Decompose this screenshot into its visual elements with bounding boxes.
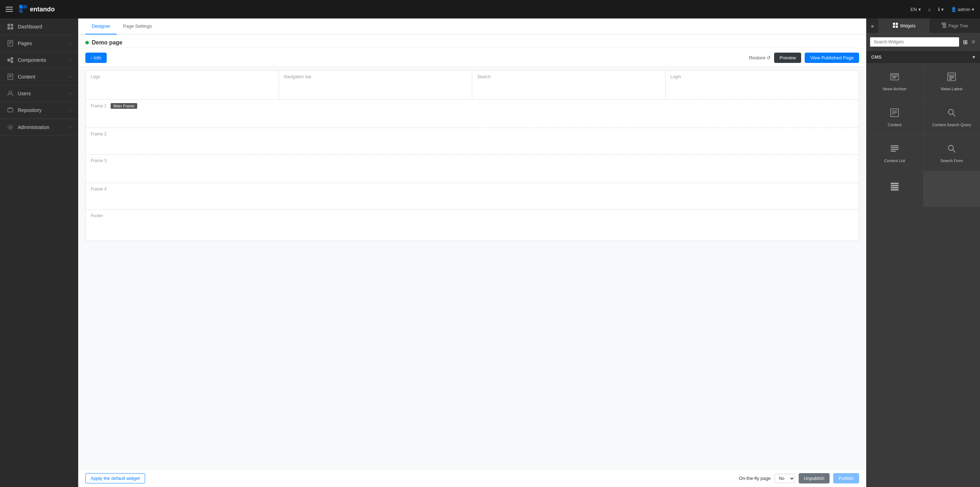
sidebar-item-dashboard[interactable]: Dashboard <box>0 19 78 35</box>
sidebar-item-pages[interactable]: Pages › <box>0 35 78 52</box>
svg-rect-32 <box>892 78 896 78</box>
chevron-right-icon: › <box>91 55 92 60</box>
canvas-footer: Apply the default widget On-the-fly page… <box>78 469 866 487</box>
svg-rect-52 <box>891 187 899 189</box>
panel-collapse-button[interactable]: » <box>866 19 879 33</box>
frame-search[interactable]: Search <box>472 71 666 99</box>
users-chevron: › <box>70 92 71 96</box>
cms-section-header[interactable]: CMS ▾ <box>866 51 980 63</box>
widget-search-form[interactable]: Search Form <box>923 135 980 171</box>
svg-rect-0 <box>19 5 23 8</box>
svg-rect-11 <box>8 59 10 62</box>
tab-page-tree[interactable]: Page Tree <box>929 19 980 33</box>
svg-rect-3 <box>8 24 10 26</box>
view-published-button[interactable]: View Published Page <box>805 52 859 63</box>
cms-section: CMS ▾ News Archive <box>866 51 980 487</box>
frame-navigation-bar[interactable]: Navigation bar <box>279 71 473 99</box>
frame-2[interactable]: Frame 2 <box>86 128 859 155</box>
frame-logo[interactable]: Logo <box>86 71 279 99</box>
content-search-query-icon <box>947 108 956 120</box>
widget-news-latest[interactable]: News Latest <box>923 63 980 99</box>
svg-rect-23 <box>893 25 895 28</box>
widget-content[interactable]: Content <box>866 100 923 135</box>
logo-icon <box>19 4 29 14</box>
widget-news-archive[interactable]: News Archive <box>866 63 923 99</box>
unpublish-button[interactable]: Unpublish <box>799 473 830 484</box>
svg-rect-6 <box>11 27 13 30</box>
svg-rect-14 <box>8 74 13 79</box>
main-frame-badge: Main Frame <box>111 103 137 109</box>
sidebar-item-components[interactable]: Components › <box>0 52 78 68</box>
info-button[interactable]: › Info <box>85 52 107 63</box>
top-navigation: entando EN ▾ ⌂ ℹ ▾ 👤 admin ▾ <box>0 0 980 19</box>
users-icon <box>7 90 14 97</box>
sidebar-item-users[interactable]: Users › <box>0 85 78 102</box>
user-menu[interactable]: 👤 admin ▾ <box>951 7 974 12</box>
news-archive-label: News Archive <box>883 87 907 91</box>
preview-button[interactable]: Preview <box>774 52 801 63</box>
widget-content-search-query[interactable]: Content Search Query <box>923 100 980 135</box>
sidebar-item-content[interactable]: Content › <box>0 68 78 85</box>
extra-widget-1-icon <box>890 182 900 194</box>
tab-page-settings[interactable]: Page Settings <box>117 19 158 35</box>
page-tabs: Designer Page Settings <box>78 19 866 35</box>
svg-point-20 <box>9 126 11 128</box>
status-indicator <box>85 41 89 44</box>
sidebar-item-repository[interactable]: Repository › <box>0 102 78 119</box>
svg-rect-44 <box>891 145 899 146</box>
svg-rect-53 <box>891 189 899 190</box>
cms-label: CMS <box>871 54 881 60</box>
sidebar-item-administration[interactable]: Administration › <box>0 119 78 136</box>
view-toggle: ⊞ ≡ <box>961 38 977 46</box>
page-title: Demo page <box>92 40 123 46</box>
frame-1[interactable]: Frame 1 Main Frame <box>86 100 859 128</box>
svg-rect-25 <box>941 23 946 24</box>
publish-button[interactable]: Publish <box>833 473 859 484</box>
language-selector[interactable]: EN ▾ <box>911 7 921 12</box>
info-menu[interactable]: ℹ ▾ <box>938 7 944 12</box>
widget-extra-1[interactable] <box>866 171 923 207</box>
widget-content-list[interactable]: Content List <box>866 135 923 171</box>
svg-rect-4 <box>11 24 13 26</box>
frame-login[interactable]: Login <box>666 71 859 99</box>
on-the-fly-select[interactable]: No Yes <box>775 474 795 483</box>
content-widget-icon <box>890 108 900 120</box>
sidebar: Dashboard Pages › <box>0 19 78 487</box>
list-view-button[interactable]: ≡ <box>970 38 977 46</box>
news-archive-icon <box>890 72 900 84</box>
content-list-icon <box>890 144 900 156</box>
search-form-label: Search Form <box>940 159 963 163</box>
restore-button[interactable]: Restore ↺ <box>749 55 771 60</box>
tab-designer[interactable]: Designer <box>85 19 117 35</box>
svg-rect-2 <box>19 9 23 13</box>
main-content: Designer Page Settings Demo page › Info … <box>78 19 866 487</box>
administration-chevron: › <box>70 125 71 129</box>
logo-text: entando <box>30 6 55 13</box>
repository-icon <box>7 107 14 113</box>
news-latest-icon <box>947 72 956 84</box>
page-tree-icon <box>941 23 946 29</box>
svg-line-49 <box>953 150 956 152</box>
widget-search-bar: ⊞ ≡ <box>866 33 980 51</box>
svg-rect-47 <box>891 151 896 152</box>
grid-view-button[interactable]: ⊞ <box>961 38 969 46</box>
frame-4[interactable]: Frame 4 <box>86 183 859 210</box>
svg-rect-27 <box>943 25 946 26</box>
svg-rect-37 <box>949 79 952 79</box>
frame-footer[interactable]: Footer <box>86 210 859 227</box>
svg-rect-1 <box>24 5 27 8</box>
content-chevron: › <box>70 75 71 79</box>
hamburger-menu[interactable] <box>6 7 13 12</box>
logo: entando <box>19 4 55 14</box>
tab-widgets[interactable]: Widgets <box>879 19 929 33</box>
components-chevron: › <box>70 58 71 62</box>
news-latest-label: News Latest <box>941 87 963 91</box>
content-list-label: Content List <box>884 159 905 163</box>
search-widgets-input[interactable] <box>870 37 959 47</box>
top-frames-row: Logo Navigation bar Search Login <box>86 71 859 100</box>
frame-3[interactable]: Frame 3 <box>86 155 859 183</box>
svg-rect-24 <box>896 25 898 28</box>
dashboard-icon <box>7 24 14 30</box>
home-button[interactable]: ⌂ <box>928 7 931 12</box>
apply-default-widget-button[interactable]: Apply the default widget <box>85 473 145 484</box>
